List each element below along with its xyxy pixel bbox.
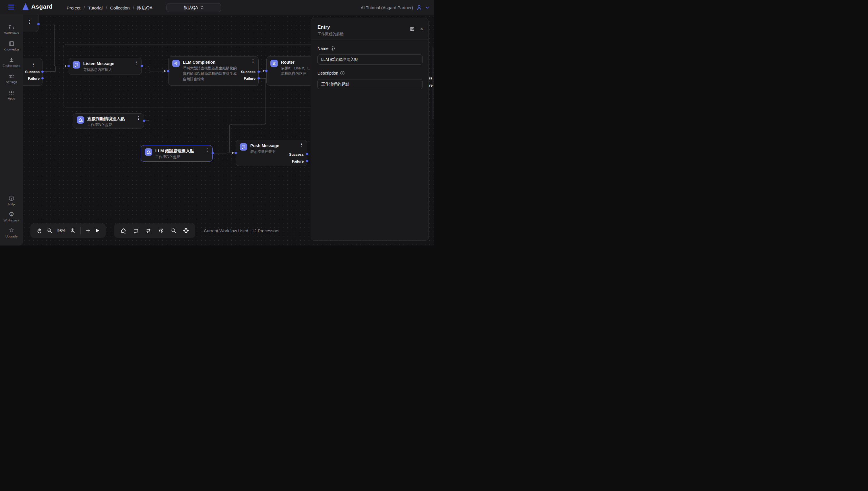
breadcrumb-tutorial[interactable]: Tutorial <box>88 5 103 10</box>
port-failure-push[interactable] <box>306 160 308 162</box>
sidebar-item-workspace[interactable]: ⚙ Workspace <box>0 211 23 222</box>
sidebar-item-settings[interactable]: Settings <box>0 74 23 84</box>
node-title: Push Message <box>250 143 279 148</box>
port-out-entry-llm-error[interactable] <box>212 152 214 154</box>
port-in-push[interactable] <box>235 152 237 154</box>
scrollbar[interactable] <box>433 47 433 119</box>
pan-hand-button[interactable] <box>36 228 42 234</box>
edge-leftnode-success-to-listen <box>43 66 66 72</box>
description-field-label: Description i <box>318 71 422 76</box>
kebab-icon[interactable]: ⋮ <box>299 142 304 147</box>
port-success-push[interactable] <box>306 153 308 155</box>
breadcrumb: Project / Tutorial / Collection / 飯店QA <box>66 5 153 11</box>
kebab-icon[interactable]: ⋮ <box>136 116 141 120</box>
add-llm-node-button[interactable] <box>158 227 164 234</box>
port-failure-leftnode[interactable] <box>41 77 44 80</box>
workflow-selector-dropdown[interactable]: 飯店QA <box>166 3 221 12</box>
add-router-node-button[interactable] <box>145 227 152 234</box>
node-entry-llm-error[interactable]: LLM 錯誤處理進入點 工作流程的起點 ⋮ <box>141 145 213 162</box>
node-palette-toolbar <box>114 224 195 238</box>
output-label-success: Success <box>289 152 304 156</box>
kebab-icon[interactable]: ⋮ <box>251 59 255 63</box>
canvas-zoom-toolbar: 98% <box>30 224 106 238</box>
node-title: LLM 錯誤處理進入點 <box>155 148 194 153</box>
kebab-icon[interactable]: ⋮ <box>32 62 36 66</box>
top-header: Asgard Project / Tutorial / Collection /… <box>0 0 434 15</box>
output-label-failure: Failure <box>28 77 39 81</box>
sidebar-item-environment[interactable]: Environment <box>0 57 23 67</box>
toolbar-divider <box>80 227 81 234</box>
sidebar-item-knowledge[interactable]: Knowledge <box>0 41 23 51</box>
updown-chevrons-icon <box>201 5 204 10</box>
port-in-listen[interactable] <box>67 65 70 67</box>
entry-point-icon <box>77 116 84 124</box>
zoom-in-button[interactable] <box>70 228 76 233</box>
node-detail-panel: Entry 工作流程的起點 × Name i Description i <box>311 18 429 241</box>
search-button[interactable] <box>171 228 177 233</box>
info-icon: i <box>341 71 345 75</box>
port-out-topleft[interactable] <box>37 23 39 25</box>
save-icon <box>410 26 415 32</box>
kebab-icon[interactable]: ⋮ <box>205 148 209 152</box>
run-workflow-button[interactable] <box>95 228 100 233</box>
node-listen-message[interactable]: Listen Message 等待訊息內容輸入 ⋮ <box>69 58 142 75</box>
kebab-icon[interactable]: ⋮ <box>134 60 138 64</box>
account-menu[interactable]: AI Tutorial (Asgard Partner) <box>360 0 429 15</box>
node-entry-direct[interactable]: 直接判斷情境進入點 工作流程的起點 ⋮ <box>73 113 144 128</box>
logo-triangle-icon <box>22 3 29 10</box>
name-input[interactable] <box>318 55 423 64</box>
edge-entrydirect-to-llm <box>144 72 149 121</box>
node-llm-completion[interactable]: LLM Completion 呼叫大型語言模型並產生結構化的資料輸出以輔助流程的… <box>168 56 259 86</box>
arrowhead-icon <box>164 70 166 72</box>
edge-topleft-to-listen <box>38 24 66 66</box>
help-icon <box>8 195 15 201</box>
node-push-message[interactable]: Push Message 表示流量控管中 ⋮ Success Failure <box>236 140 307 166</box>
port-out-entry-direct[interactable] <box>143 120 145 122</box>
breadcrumb-project[interactable]: Project <box>66 5 80 10</box>
message-bubble-icon <box>240 143 247 150</box>
llm-icon <box>172 60 180 67</box>
router-icon <box>270 60 278 67</box>
add-node-button[interactable] <box>85 228 91 233</box>
port-in-llm[interactable] <box>167 70 169 72</box>
node-desc-line1: 依據If、Else If、E <box>281 66 310 71</box>
sidebar-item-apps[interactable]: Apps <box>0 90 23 100</box>
node-desc: 工作流程的起點 <box>87 122 125 127</box>
breadcrumb-collection[interactable]: Collection <box>110 5 130 10</box>
auto-layout-button[interactable] <box>183 227 189 234</box>
book-icon <box>9 41 15 47</box>
edge-listen-to-llm <box>142 66 164 71</box>
folder-icon <box>8 24 15 30</box>
entry-point-icon <box>145 148 152 156</box>
apps-grid-icon <box>9 90 15 95</box>
add-entry-node-button[interactable] <box>120 227 127 234</box>
gear-icon: ⚙ <box>9 211 15 218</box>
port-in-router[interactable] <box>265 70 268 72</box>
port-failure-llm[interactable] <box>257 77 260 80</box>
user-icon <box>416 5 422 10</box>
kebab-icon[interactable]: ⋮ <box>28 20 32 24</box>
port-out-listen[interactable] <box>141 65 143 67</box>
port-success-llm[interactable] <box>257 70 260 73</box>
output-label-failure: Failure <box>292 160 304 164</box>
add-message-node-button[interactable] <box>133 228 139 234</box>
zoom-out-button[interactable] <box>47 228 53 233</box>
port-success-leftnode[interactable] <box>41 70 44 73</box>
description-input[interactable] <box>318 79 423 89</box>
node-desc: 工作流程的起點 <box>155 154 194 160</box>
node-title: Router <box>281 60 310 65</box>
hamburger-menu-icon[interactable] <box>8 5 15 9</box>
app-logo[interactable]: Asgard <box>22 3 53 10</box>
save-button[interactable] <box>410 26 415 32</box>
output-label-success: Success <box>25 70 39 74</box>
close-icon[interactable]: × <box>420 26 423 32</box>
breadcrumb-current[interactable]: 飯店QA <box>137 5 153 11</box>
node-desc-line2: 流程執行的路徑 <box>281 71 310 77</box>
message-bubble-icon <box>73 61 80 68</box>
node-router[interactable]: Router 依據If、Else If、E 流程執行的路徑 <box>266 56 313 86</box>
arrowhead-icon <box>263 70 265 72</box>
sidebar-item-upgrade[interactable]: ☆ Upgrade <box>0 227 23 238</box>
node-desc: 等待訊息內容輸入 <box>83 67 114 73</box>
sidebar-item-workflows[interactable]: Workflows <box>0 24 23 35</box>
sidebar-item-help[interactable]: Help <box>0 195 23 206</box>
